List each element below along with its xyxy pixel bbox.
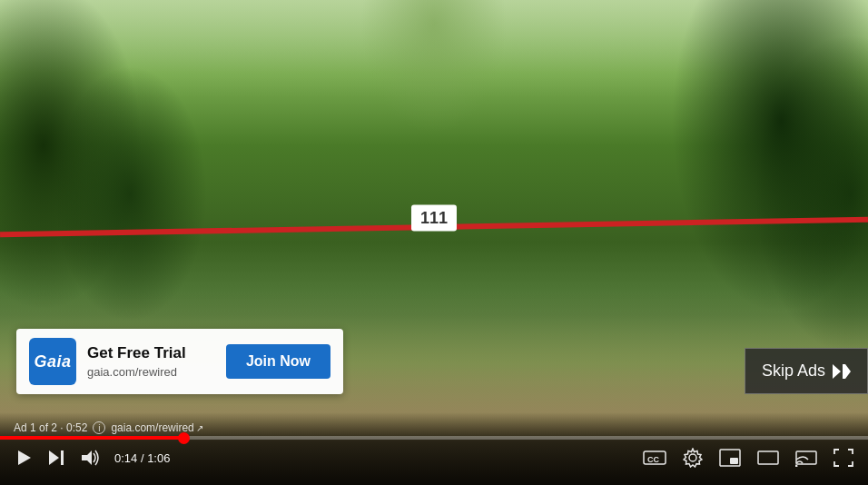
time-display: 0:14 / 1:06	[114, 451, 170, 465]
ad-logo-text: Gaia	[34, 352, 71, 371]
miniplayer-button[interactable]	[715, 445, 745, 470]
ad-info: Get Free Trial gaia.com/rewired	[87, 344, 215, 378]
svg-rect-11	[730, 458, 738, 464]
external-link-icon: ↗	[196, 423, 203, 433]
ad-info-bar: Ad 1 of 2 · 0:52 i gaia.com/rewired ↗	[14, 421, 203, 434]
controls-bar: 0:14 / 1:06 CC	[0, 438, 868, 478]
skip-ads-button[interactable]: Skip Ads	[745, 348, 868, 394]
ad-logo: Gaia	[29, 338, 76, 385]
ad-banner: Gaia Get Free Trial gaia.com/rewired Joi…	[16, 329, 343, 394]
svg-marker-6	[82, 450, 92, 465]
ad-site-text: gaia.com/rewired	[111, 421, 193, 434]
svg-text:CC: CC	[647, 455, 659, 464]
play-button[interactable]	[11, 445, 36, 470]
runner-number-badge: 111	[411, 205, 457, 232]
cast-button[interactable]	[792, 445, 821, 470]
cc-button[interactable]: CC	[639, 445, 670, 470]
skip-icon	[833, 364, 851, 379]
right-controls: CC	[639, 444, 857, 471]
next-button[interactable]	[44, 445, 69, 470]
svg-marker-4	[49, 450, 59, 465]
volume-button[interactable]	[76, 445, 104, 470]
ad-subtitle: gaia.com/rewired	[87, 365, 215, 379]
ad-title: Get Free Trial	[87, 344, 215, 362]
svg-marker-0	[833, 364, 841, 379]
join-now-button[interactable]: Join Now	[226, 344, 330, 379]
ad-site-link[interactable]: gaia.com/rewired ↗	[111, 421, 202, 434]
video-player: 111 Gaia Get Free Trial gaia.com/rewired…	[0, 0, 868, 485]
svg-marker-3	[18, 450, 31, 465]
svg-rect-5	[61, 450, 64, 465]
svg-point-14	[795, 465, 798, 468]
svg-rect-12	[758, 451, 778, 464]
settings-button[interactable]	[679, 444, 706, 471]
ad-counter-text: Ad 1 of 2 · 0:52	[14, 421, 87, 434]
svg-marker-2	[845, 364, 851, 379]
info-icon[interactable]: i	[93, 421, 105, 434]
theater-button[interactable]	[754, 445, 783, 470]
fullscreen-button[interactable]	[830, 445, 857, 470]
svg-rect-1	[843, 364, 845, 379]
svg-point-9	[689, 454, 696, 461]
skip-ads-label: Skip Ads	[762, 361, 825, 381]
